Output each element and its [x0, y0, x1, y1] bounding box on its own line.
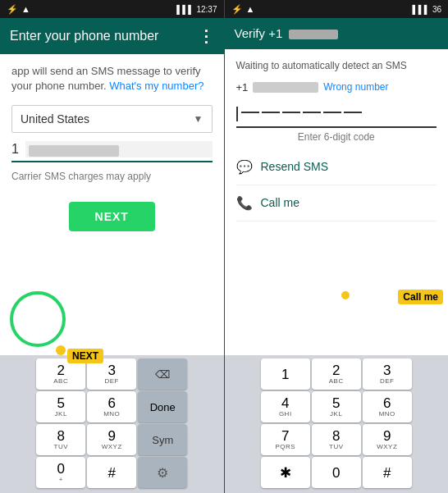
right-key-4[interactable]: 4 GHI: [261, 391, 310, 422]
subtitle-text: app will send an SMS message to verify y…: [11, 64, 213, 94]
key-2[interactable]: 2 ABC: [36, 358, 85, 390]
right-keyboard-row-1: 1 2 ABC 3 DEF: [226, 358, 447, 390]
country-name: United States: [21, 112, 89, 126]
call-icon: 📞: [236, 195, 253, 211]
country-code-right: +1: [236, 81, 249, 94]
phone-blurred-right: [253, 82, 318, 93]
done-key[interactable]: Done: [138, 391, 187, 422]
key-5[interactable]: 5 JKL: [36, 391, 85, 422]
left-phone-screen: ⚡ ▲ ▌▌▌ 12:37 Enter your phone number ⋮ …: [0, 0, 224, 493]
keyboard-row-3: 8 TUV 9 WXYZ Sym: [2, 424, 222, 455]
country-code-display: 1: [11, 142, 19, 157]
sym-key[interactable]: Sym: [138, 424, 187, 455]
right-key-6[interactable]: 6 MNO: [363, 391, 412, 422]
left-status-bar: ⚡ ▲ ▌▌▌ 12:37: [0, 0, 224, 18]
wifi-icon-right: ▲: [246, 4, 255, 14]
enter-code-label: Enter 6-digit code: [236, 131, 437, 143]
right-keyboard: 1 2 ABC 3 DEF 4 GHI 5 JKL 6 MNO: [225, 355, 449, 493]
key-3[interactable]: 3 DEF: [87, 358, 136, 390]
right-keyboard-row-2: 4 GHI 5 JKL 6 MNO: [226, 391, 447, 422]
waiting-text: Waiting to automatically detect an SMS: [236, 59, 437, 73]
wrong-number-link[interactable]: Wrong number: [323, 81, 388, 93]
country-selector[interactable]: United States ▼: [11, 105, 213, 133]
phone-number-input[interactable]: [25, 141, 213, 157]
sms-icon: 💬: [236, 159, 253, 175]
whats-my-number-link[interactable]: What's my number?: [109, 80, 203, 92]
key-hash[interactable]: #: [87, 457, 136, 488]
right-key-9[interactable]: 9 WXYZ: [363, 424, 412, 455]
right-phone-screen: ⚡ ▲ ▌▌▌ 36 Verify +1 Waiting to automati…: [225, 0, 449, 493]
chevron-down-icon: ▼: [194, 113, 203, 125]
key-6[interactable]: 6 MNO: [87, 391, 136, 422]
left-keyboard: 2 ABC 3 DEF ⌫ 5 JKL 6 MNO Done: [0, 355, 224, 493]
code-input-area[interactable]: Enter 6-digit code: [236, 102, 437, 143]
right-status-left: ⚡ ▲: [231, 4, 255, 15]
wifi-icon: ▲: [21, 4, 30, 14]
call-me-row[interactable]: 📞 Call me: [236, 185, 437, 221]
left-content: app will send an SMS message to verify y…: [0, 54, 224, 355]
key-8[interactable]: 8 TUV: [36, 424, 85, 455]
key-0[interactable]: 0 +: [36, 457, 85, 488]
phone-input-row: 1: [11, 141, 213, 162]
bluetooth-icon-right: ⚡: [231, 4, 243, 15]
next-button[interactable]: NEXT: [69, 202, 155, 231]
settings-key[interactable]: ⚙: [138, 457, 187, 488]
verify-content: Waiting to automatically detect an SMS +…: [225, 49, 449, 355]
resend-sms-row[interactable]: 💬 Resend SMS: [236, 149, 437, 185]
phone-verify-row: +1 Wrong number: [236, 81, 437, 94]
resend-sms-text[interactable]: Resend SMS: [261, 160, 328, 173]
left-app-bar: Enter your phone number ⋮: [0, 18, 224, 54]
right-status-bar: ⚡ ▲ ▌▌▌ 36: [225, 0, 449, 18]
bluetooth-icon: ⚡: [7, 4, 18, 15]
right-key-1[interactable]: 1: [261, 358, 310, 390]
right-keyboard-row-3: 7 PQRS 8 TUV 9 WXYZ: [226, 424, 447, 455]
keyboard-row-1: 2 ABC 3 DEF ⌫: [2, 358, 222, 390]
time-display: 12:37: [196, 5, 217, 14]
right-app-bar: Verify +1: [225, 18, 449, 49]
right-key-5[interactable]: 5 JKL: [312, 391, 361, 422]
status-right: ▌▌▌ 12:37: [176, 5, 217, 14]
right-key-3[interactable]: 3 DEF: [363, 358, 412, 390]
backspace-key[interactable]: ⌫: [138, 358, 187, 390]
signal-icon-right: ▌▌▌: [413, 5, 430, 14]
right-key-8[interactable]: 8 TUV: [312, 424, 361, 455]
left-app-title: Enter your phone number: [10, 29, 158, 43]
right-key-hash[interactable]: #: [363, 457, 412, 488]
right-status-right: ▌▌▌ 36: [413, 5, 441, 14]
call-me-text[interactable]: Call me: [261, 196, 299, 209]
keyboard-row-4: 0 + # ⚙: [2, 457, 222, 488]
time-display-right: 36: [432, 5, 441, 14]
status-left: ⚡ ▲: [7, 4, 30, 15]
right-app-title: Verify +1: [235, 26, 339, 40]
right-keyboard-row-4: ✱ 0 #: [226, 457, 447, 488]
more-vertical-icon[interactable]: ⋮: [198, 26, 214, 46]
sms-note: Carrier SMS charges may apply: [11, 171, 213, 182]
right-key-0[interactable]: 0: [312, 457, 361, 488]
keyboard-row-2: 5 JKL 6 MNO Done: [2, 391, 222, 422]
right-key-2[interactable]: 2 ABC: [312, 358, 361, 390]
right-key-7[interactable]: 7 PQRS: [261, 424, 310, 455]
next-button-container: NEXT: [11, 202, 213, 231]
right-key-star[interactable]: ✱: [261, 457, 310, 488]
key-9[interactable]: 9 WXYZ: [87, 424, 136, 455]
signal-icon: ▌▌▌: [176, 5, 194, 14]
